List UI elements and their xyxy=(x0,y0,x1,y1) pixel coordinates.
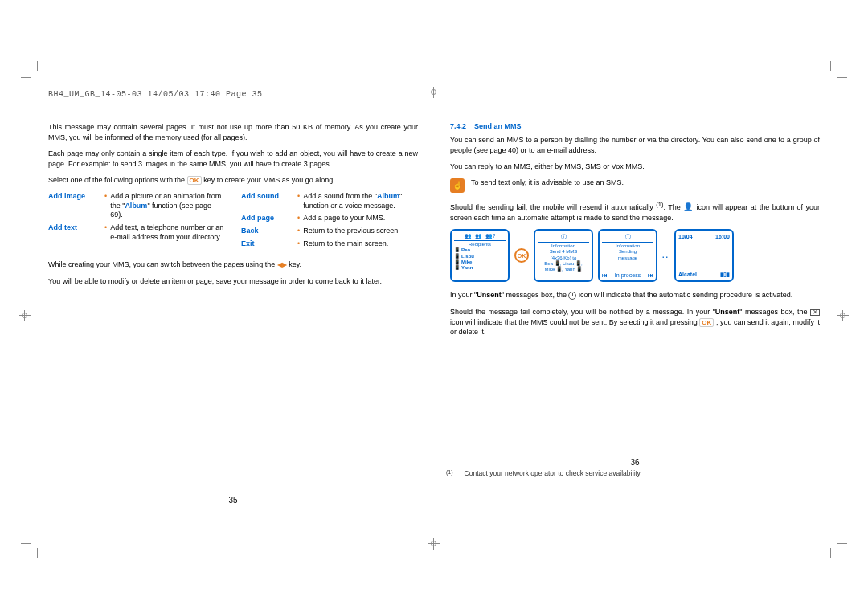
paragraph: Each page may only contain a single item… xyxy=(48,149,418,169)
ok-key-icon: OK xyxy=(187,176,202,185)
ok-key-icon: OK xyxy=(699,318,714,327)
crop-mark xyxy=(37,61,38,71)
tip-text: To send text only, it is advisable to us… xyxy=(471,178,624,186)
option-desc: Add a sound from the "Album" function or… xyxy=(303,192,418,210)
phone-screen-recipients: 👥👥👥? Recipients 📱Bea 📱Lisou 📱Mike 📱Yann xyxy=(450,229,510,282)
screen-line: Sending xyxy=(602,249,653,255)
phone-screen-home: 10/0416:00 Alcatel▮▯▮ xyxy=(674,229,734,282)
spread: This message may contain several pages. … xyxy=(48,122,820,505)
section-title: Send an MMS xyxy=(474,122,522,130)
people-icon: 👥 xyxy=(465,233,472,239)
phone-screens-row: 👥👥👥? Recipients 📱Bea 📱Lisou 📱Mike 📱Yann … xyxy=(450,229,820,282)
crop-mark xyxy=(837,543,847,544)
contact: Bea xyxy=(461,247,470,253)
ellipsis-icon: .. xyxy=(662,251,669,260)
option-label: Add text xyxy=(48,223,104,231)
paragraph: While creating your MMS, you can switch … xyxy=(48,260,418,270)
option-label: Back xyxy=(241,227,297,235)
footnote-text: Contact your network operator to check s… xyxy=(465,469,642,477)
option-desc: Add a page to your MMS. xyxy=(303,214,418,223)
page-number: 35 xyxy=(48,496,418,505)
option-desc: Add text, a telephone number or an e-mai… xyxy=(110,223,225,242)
unsent-label: Unsent xyxy=(715,308,740,316)
screen-line: Bea 📱, Lisou 📱, xyxy=(538,261,589,267)
paragraph: You can reply to an MMS, either by MMS, … xyxy=(450,161,820,172)
registration-mark xyxy=(837,310,849,321)
footnote: (1) Contact your network operator to che… xyxy=(446,469,816,477)
brand-text: Alcatel xyxy=(678,272,697,278)
text: " messages box, the xyxy=(739,308,810,316)
info-icon: ⓘ xyxy=(625,233,631,241)
bullet-icon: • xyxy=(297,192,300,200)
contact: Lisou xyxy=(461,254,474,260)
paragraph: Should the message fail completely, you … xyxy=(450,307,820,337)
paragraph: You will be able to modify or delete an … xyxy=(48,276,418,287)
screen-line: Send 4 MMS xyxy=(538,249,589,255)
paragraph: Should the sending fail, the mobile will… xyxy=(450,201,820,223)
registration-mark xyxy=(19,310,31,321)
bullet-icon: • xyxy=(104,223,107,231)
footnote-marker: (1) xyxy=(446,469,453,477)
screen-title: Information xyxy=(538,243,589,248)
screen-line: Mike 📱, Yann 📱 xyxy=(538,267,589,272)
contact: Mike xyxy=(461,260,472,265)
option-label: Add page xyxy=(241,214,297,222)
text: key to create your MMS as you go along. xyxy=(203,176,335,184)
option-desc: Return to the previous screen. xyxy=(303,227,418,236)
text: In your " xyxy=(450,291,477,299)
option-desc: Return to the main screen. xyxy=(303,239,418,249)
bullet-icon: • xyxy=(297,227,300,235)
crop-mark xyxy=(837,77,847,78)
person-retry-icon: 👤 xyxy=(683,202,694,211)
tip-callout: ☝ To send text only, it is advisable to … xyxy=(450,178,820,193)
section-heading: 7.4.2 Send an MMS xyxy=(450,122,820,130)
time-text: 16:00 xyxy=(715,234,730,239)
tip-icon: ☝ xyxy=(450,178,465,193)
screen-title: Recipients xyxy=(454,242,506,247)
crop-mark xyxy=(21,543,31,544)
option-label: Add sound xyxy=(241,192,297,200)
option-label: Add image xyxy=(48,192,104,200)
bullet-icon: • xyxy=(104,192,107,200)
envelope-fail-icon xyxy=(810,309,820,316)
options-grid: Add image • Add a picture or an animatio… xyxy=(48,192,418,251)
text: Should the message fail completely, you … xyxy=(450,308,715,316)
page-36: 7.4.2 Send an MMS You can send an MMS to… xyxy=(450,122,820,505)
registration-mark xyxy=(428,538,440,550)
text: Should the sending fail, the mobile will… xyxy=(450,203,656,211)
option-label: Exit xyxy=(241,239,297,247)
screen-line: (4x36 Kb) to xyxy=(538,255,589,261)
text: icon will indicate that the automatic se… xyxy=(579,291,792,299)
unsent-label: Unsent xyxy=(477,291,502,299)
date-text: 10/04 xyxy=(678,234,693,239)
next-icon: ⏭ xyxy=(648,272,653,278)
text: " messages box, the xyxy=(502,291,569,299)
contact: Yann xyxy=(461,265,473,271)
page-35: This message may contain several pages. … xyxy=(48,122,418,505)
signal-battery-icon: ▮▯▮ xyxy=(720,272,730,278)
phone-screen-info2: ⓘ Information Sending message ⏮In proces… xyxy=(598,229,657,282)
crop-mark xyxy=(830,548,831,558)
screen-line: message xyxy=(602,255,653,261)
section-number: 7.4.2 xyxy=(450,122,466,130)
print-header: BH4_UM_GB_14-05-03 14/05/03 17:40 Page 3… xyxy=(48,90,263,99)
prev-icon: ⏮ xyxy=(602,272,608,278)
paragraph: In your "Unsent" messages box, the icon … xyxy=(450,290,820,300)
crop-mark xyxy=(21,77,31,78)
registration-mark xyxy=(428,87,440,98)
text: While creating your MMS, you can switch … xyxy=(48,260,277,268)
paragraph: This message may contain several pages. … xyxy=(48,122,418,142)
page-number: 36 xyxy=(450,458,820,467)
paragraph: You can send an MMS to a person by diall… xyxy=(450,135,820,155)
ok-button-icon: OK xyxy=(514,248,529,263)
text: key. xyxy=(289,260,301,268)
clock-icon xyxy=(568,292,576,300)
info-icon: ⓘ xyxy=(561,233,567,241)
bullet-icon: • xyxy=(297,214,300,222)
text: Select one of the following options with… xyxy=(48,176,187,184)
text: . The xyxy=(663,203,683,211)
option-desc: Add a picture or an animation from the "… xyxy=(110,192,225,220)
screen-title: Information xyxy=(602,243,653,248)
paragraph: Select one of the following options with… xyxy=(48,175,418,186)
crop-mark xyxy=(37,548,38,558)
